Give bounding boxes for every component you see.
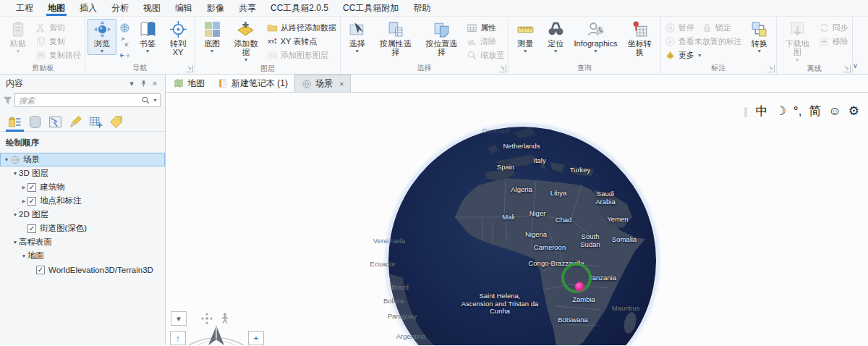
group-2d-layers[interactable]: ▼2D 图层 [0, 208, 165, 221]
tab-close-icon[interactable]: × [339, 80, 344, 88]
layer-scene[interactable]: ▼场景 [0, 153, 165, 166]
expand-icon[interactable]: ▶ [20, 198, 27, 204]
tab-new-notebook[interactable]: 新建笔记本 (1) [211, 75, 294, 92]
menu-imagery[interactable]: 影像 [200, 0, 231, 16]
collapse-icon[interactable]: ▼ [12, 212, 19, 217]
layer-streets-dark[interactable]: ✓街道图(深色) [0, 221, 165, 235]
ime-language-mode[interactable]: 中 [753, 103, 771, 120]
layer-places-and-labels-visibility-checkbox[interactable]: ✓ [27, 197, 36, 206]
ime-emoji-icon[interactable]: ☺ [825, 103, 843, 120]
search-input[interactable] [19, 96, 141, 105]
dialog-launcher-icon[interactable]: ↘ [186, 65, 193, 72]
select-button[interactable]: 选择▼ [343, 19, 372, 55]
tab-scene-label: 场景 [315, 77, 333, 90]
pane-menu-chevron-icon[interactable]: ▾ [126, 79, 137, 88]
ribbon-group-2: 底图▼添加数据▼从路径添加数据XYXY 表转点添加图形图层图层 [195, 17, 341, 74]
select-by-attributes-button[interactable]: 按属性选择 [373, 19, 418, 58]
collapse-icon[interactable]: ▼ [12, 171, 19, 176]
menu-cc-toolbox-addon[interactable]: CC工具箱附加 [336, 0, 406, 16]
add-data-button[interactable]: 添加数据▼ [228, 19, 264, 64]
ribbon-menu-bar: 工程地图插入分析视图编辑影像共享CC工具箱2.0.5CC工具箱附加帮助 [0, 0, 868, 17]
group-3d-layers[interactable]: ▼3D 图层 [0, 166, 165, 180]
basemap-button[interactable]: 底图▼ [197, 19, 226, 55]
list-by-labeling-icon[interactable] [107, 113, 125, 131]
collapse-icon[interactable]: ▼ [12, 240, 19, 245]
layer-streets-dark-visibility-checkbox[interactable]: ✓ [27, 224, 36, 233]
expand-icon[interactable]: ▶ [20, 185, 27, 190]
list-by-snapping-icon[interactable] [87, 113, 105, 131]
search-history-chevron-icon[interactable]: ▼ [150, 98, 158, 103]
clear-icon [467, 36, 477, 47]
list-by-selection-icon[interactable] [46, 113, 64, 131]
more-labeling-button[interactable]: A更多▼ [663, 49, 704, 62]
menu-map[interactable]: 地图 [41, 0, 72, 16]
explore-button[interactable]: 浏览▼ [88, 19, 116, 55]
dialog-launcher-icon[interactable]: ↘ [499, 65, 506, 72]
dialog-launcher-icon[interactable]: ↘ [767, 65, 775, 72]
ribbon-group-content: 浏览▼书签▼转到 XY [88, 17, 192, 63]
go-to-xy-button[interactable]: 转到 XY [163, 19, 192, 58]
locate-button[interactable]: 定位▼ [541, 19, 570, 55]
coordinate-conversion-button[interactable]: 坐标转换 [621, 19, 658, 58]
tab-map[interactable]: 地图 [167, 75, 211, 92]
ime-punctuation-mode[interactable]: °, [791, 103, 805, 120]
menu-cc-toolbox[interactable]: CC工具箱2.0.5 [263, 0, 336, 16]
pane-close-icon[interactable]: × [149, 79, 161, 88]
ime-simplified-traditional[interactable]: 简 [806, 103, 824, 120]
pan-mode-icon[interactable] [200, 312, 213, 325]
tab-scene[interactable]: 场景× [294, 75, 351, 92]
ime-moon-fullhalf-icon[interactable]: ☽ [773, 103, 789, 120]
layer-places-and-labels[interactable]: ▶✓地点和标注 [0, 194, 165, 208]
chevron-down-icon: ▼ [593, 48, 598, 54]
layer-buildings[interactable]: ▶✓建筑物 [0, 180, 165, 194]
svg-text:A: A [668, 54, 671, 58]
ribbon-group-content: 测量▼定位▼Infographics▼坐标转换 [511, 17, 658, 63]
layer-world-elevation-terrain3d-visibility-checkbox[interactable]: ✓ [36, 266, 45, 274]
menu-project[interactable]: 工程 [9, 0, 41, 16]
menu-view[interactable]: 视图 [136, 0, 168, 16]
scene-view[interactable]: DenmarkNetherlandsSpainItalyTurkeyAlgeri… [166, 93, 868, 345]
select-by-location-button[interactable]: 按位置选择 [419, 19, 464, 58]
full-extent-button[interactable] [118, 22, 132, 34]
menu-help[interactable]: 帮助 [406, 0, 438, 16]
infographics-button[interactable]: Infographics▼ [571, 19, 620, 55]
menu-insert[interactable]: 插入 [72, 0, 104, 16]
collapse-icon[interactable]: ▼ [3, 157, 10, 162]
copy-icon [35, 36, 46, 47]
list-by-drawing-order-icon[interactable] [6, 113, 24, 131]
group-ground[interactable]: ▼地面 [0, 249, 165, 263]
menu-edit[interactable]: 编辑 [168, 0, 200, 16]
dialog-launcher-icon[interactable]: ↘ [843, 65, 851, 72]
chevron-down-icon: ▼ [210, 48, 215, 54]
explore-icon [93, 20, 111, 38]
navigator-collapse-button[interactable]: ▾ [171, 311, 187, 326]
add-path-icon [267, 22, 278, 33]
zoom-in-button[interactable]: + [248, 331, 264, 345]
add-data-from-path-button[interactable]: 从路径添加数据 [265, 22, 338, 34]
filter-icon[interactable] [3, 96, 12, 105]
fixed-zoom-buttons[interactable] [118, 35, 132, 48]
xy-table-to-point-button[interactable]: XYXY 表转点 [265, 35, 338, 48]
convert-labels-button[interactable]: 转换▼ [745, 19, 774, 55]
menu-analysis[interactable]: 分析 [104, 0, 136, 16]
ime-toolbar: ∥中☽°,简☺⚙ [744, 103, 862, 120]
list-by-data-source-icon[interactable] [26, 113, 44, 131]
list-by-editing-icon[interactable] [67, 113, 85, 131]
bookmarks-button[interactable]: 书签▼ [133, 19, 162, 55]
previous-next-extent-buttons[interactable] [118, 49, 132, 62]
search-icon[interactable] [141, 96, 150, 105]
layer-world-elevation-terrain3d[interactable]: ✓WorldElevation3D/Terrain3D [0, 263, 165, 277]
walk-mode-icon[interactable] [218, 312, 231, 325]
ribbon-button-row: A更多▼ [663, 49, 744, 62]
ime-settings-gear-icon[interactable]: ⚙ [846, 103, 862, 120]
group-elevation-surfaces[interactable]: ▼高程表面 [0, 235, 165, 249]
zoom-to-selection-button: 缩放至 [465, 49, 506, 62]
measure-button[interactable]: 测量▼ [511, 19, 540, 55]
pane-pin-icon[interactable] [137, 79, 149, 88]
ribbon-collapse-chevron-icon[interactable]: ∨ [853, 62, 868, 74]
collapse-icon[interactable]: ▼ [20, 253, 27, 258]
menu-share[interactable]: 共享 [231, 0, 263, 16]
layer-buildings-visibility-checkbox[interactable]: ✓ [27, 183, 36, 192]
navigator-up-arrow-button[interactable]: ↑ [170, 331, 186, 345]
attributes-button[interactable]: 属性 [465, 22, 506, 34]
